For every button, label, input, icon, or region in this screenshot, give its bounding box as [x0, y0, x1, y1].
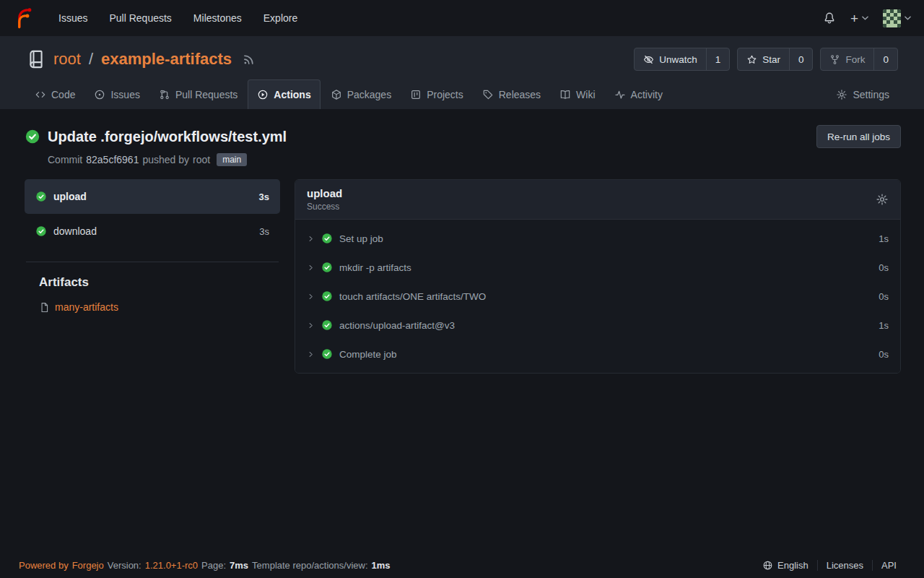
job-options-gear-icon[interactable]: [876, 193, 889, 206]
commit-sha-link[interactable]: 82a5cf6961: [86, 154, 139, 165]
repo-separator: /: [89, 50, 93, 69]
version-link[interactable]: 1.21.0+1-rc0: [145, 560, 198, 571]
nav-explore[interactable]: Explore: [254, 7, 307, 30]
run-title: Update .forgejo/workflows/test.yml: [48, 129, 287, 145]
pusher-link[interactable]: root: [193, 154, 210, 165]
rerun-all-jobs-button[interactable]: Re-run all jobs: [816, 125, 901, 148]
tab-packages[interactable]: Packages: [322, 80, 400, 109]
navbar-right: +: [823, 9, 911, 27]
project-board-icon: [410, 89, 422, 100]
tab-label: Issues: [110, 89, 139, 100]
tab-label: Settings: [853, 89, 889, 100]
watchers-count[interactable]: 1: [706, 48, 730, 70]
step-row[interactable]: mkdir -p artifacts 0s: [295, 253, 900, 282]
tab-label: Wiki: [576, 89, 595, 100]
step-name: mkdir -p artifacts: [339, 262, 872, 273]
step-duration: 0s: [879, 262, 889, 273]
chevron-right-icon: [307, 235, 315, 243]
artifact-download-link[interactable]: many-artifacts: [55, 301, 118, 313]
user-menu[interactable]: [883, 9, 911, 27]
book-icon: [559, 89, 571, 100]
run-header: Update .forgejo/workflows/test.yml Re-ru…: [25, 125, 901, 148]
run-body: upload 3s download 3s Artifacts many-art…: [25, 179, 901, 374]
success-check-icon: [35, 191, 47, 202]
star-button-group: Star 0: [737, 48, 813, 71]
tab-label: Releases: [499, 89, 541, 100]
step-duration: 0s: [879, 349, 889, 360]
gear-icon: [836, 89, 847, 100]
star-label: Star: [762, 54, 780, 65]
chevron-right-icon: [307, 350, 315, 358]
notifications-button[interactable]: [823, 12, 836, 25]
step-row[interactable]: actions/upload-artifact@v3 1s: [295, 311, 900, 340]
tab-label: Code: [51, 89, 75, 100]
tab-label: Packages: [347, 89, 391, 100]
run-subtitle: Commit 82a5cf6961 pushed by root main: [48, 153, 901, 166]
tab-releases[interactable]: Releases: [474, 80, 549, 109]
page-footer: Powered by Forgejo Version: 1.21.0+1-rc0…: [0, 552, 924, 578]
artifacts-section: Artifacts many-artifacts: [25, 275, 280, 313]
step-row[interactable]: Complete job 0s: [295, 340, 900, 368]
tab-pull-requests[interactable]: Pull Requests: [150, 80, 246, 109]
tab-label: Activity: [631, 89, 663, 100]
tab-wiki[interactable]: Wiki: [551, 80, 603, 109]
success-check-icon: [25, 129, 40, 144]
forgejo-logo[interactable]: [13, 7, 35, 29]
job-list: upload 3s download 3s Artifacts many-art…: [25, 179, 280, 374]
licenses-link[interactable]: Licenses: [817, 560, 872, 571]
play-circle-icon: [257, 89, 269, 100]
star-button[interactable]: Star: [738, 48, 789, 70]
job-name: download: [53, 225, 253, 237]
pulse-icon: [614, 89, 626, 100]
package-icon: [331, 89, 342, 100]
unwatch-button[interactable]: Unwatch: [635, 48, 706, 70]
step-duration: 0s: [879, 291, 889, 302]
repo-name-link[interactable]: example-artifacts: [101, 50, 232, 69]
forgejo-logo-icon: [13, 7, 35, 29]
tab-projects[interactable]: Projects: [401, 80, 472, 109]
success-check-icon: [321, 319, 333, 331]
pushed-by-text: pushed by: [142, 154, 189, 165]
branch-badge[interactable]: main: [217, 153, 247, 166]
fork-icon: [829, 54, 840, 65]
job-item-upload[interactable]: upload 3s: [25, 179, 280, 214]
job-duration: 3s: [259, 191, 269, 202]
language-menu[interactable]: English: [754, 560, 817, 571]
tab-code[interactable]: Code: [26, 80, 84, 109]
code-icon: [35, 89, 46, 100]
fork-button-group: Fork 0: [820, 48, 898, 71]
success-check-icon: [321, 348, 333, 360]
run-title-wrap: Update .forgejo/workflows/test.yml: [25, 129, 287, 145]
create-new-menu[interactable]: +: [850, 12, 868, 25]
repo-owner-link[interactable]: root: [53, 50, 81, 69]
tab-activity[interactable]: Activity: [606, 80, 671, 109]
rss-icon[interactable]: [243, 53, 255, 66]
nav-issues[interactable]: Issues: [49, 7, 97, 30]
nav-pull-requests[interactable]: Pull Requests: [100, 7, 180, 30]
success-check-icon: [35, 225, 47, 237]
chevron-right-icon: [307, 322, 315, 329]
tab-issues[interactable]: Issues: [85, 80, 148, 109]
step-row[interactable]: Set up job 1s: [295, 224, 900, 253]
artifact-item[interactable]: many-artifacts: [39, 301, 280, 313]
actions-run-view: Update .forgejo/workflows/test.yml Re-ru…: [0, 109, 924, 552]
forks-count[interactable]: 0: [873, 48, 897, 70]
nav-milestones[interactable]: Milestones: [184, 7, 251, 30]
success-check-icon: [321, 233, 333, 244]
step-duration: 1s: [879, 320, 889, 331]
api-link[interactable]: API: [872, 560, 905, 571]
file-icon: [39, 302, 50, 313]
fork-button[interactable]: Fork: [821, 48, 873, 70]
divider: [26, 262, 279, 262]
tab-settings[interactable]: Settings: [827, 80, 898, 109]
job-detail-titles: upload Success: [307, 187, 342, 212]
forgejo-link[interactable]: Forgejo: [72, 560, 104, 571]
job-item-download[interactable]: download 3s: [25, 214, 280, 249]
stars-count[interactable]: 0: [789, 48, 813, 70]
eye-off-icon: [643, 54, 654, 65]
globe-icon: [762, 560, 773, 571]
tab-actions[interactable]: Actions: [248, 79, 320, 109]
job-steps-list: Set up job 1s mkdir -p artifacts 0s touc…: [295, 220, 900, 373]
step-row[interactable]: touch artifacts/ONE artifacts/TWO 0s: [295, 282, 900, 311]
pull-request-icon: [159, 89, 170, 100]
